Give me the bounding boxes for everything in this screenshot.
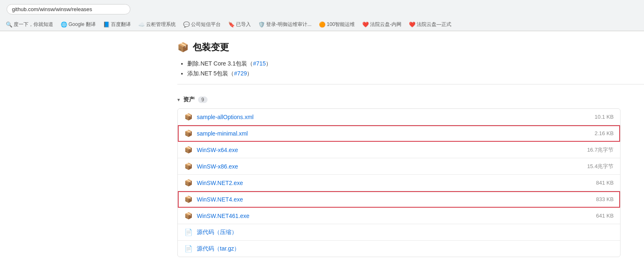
package-file-icon: 📦 (184, 129, 193, 137)
package-file-icon: 📦 (184, 179, 193, 187)
divider (177, 84, 644, 84)
bookmark-bookmark-court2[interactable]: ❤️法院云盘—正式 (406, 20, 454, 29)
asset-name-link[interactable]: WinSW.NET4.exe (197, 196, 580, 203)
asset-row[interactable]: 📦WinSW-x86.exe15.4兆字节 (178, 158, 620, 175)
asset-name-link[interactable]: 源代码（压缩） (197, 229, 580, 236)
assets-label: 资产 (183, 96, 195, 103)
change-link[interactable]: #715 (253, 60, 266, 67)
asset-name-link[interactable]: sample-minimal.xml (197, 130, 580, 137)
section-title-text: 包装变更 (193, 41, 229, 54)
asset-name-link[interactable]: WinSW-x86.exe (197, 163, 580, 170)
bookmark-icon: 🔍 (6, 21, 12, 28)
bookmark-bookmark-login[interactable]: 🛡️登录-明御运维审计... (256, 20, 314, 29)
bookmark-icon: ❤️ (362, 21, 369, 28)
section-title: 📦 包装变更 (177, 31, 644, 60)
bookmark-label: 登录-明御运维审计... (266, 21, 311, 28)
change-item: 添加.NET 5包装（#729） (187, 70, 644, 77)
asset-row[interactable]: 📦WinSW-x64.exe16.7兆字节 (178, 142, 620, 158)
bookmark-icon: 🟠 (319, 21, 326, 28)
package-file-icon: 📦 (184, 212, 193, 220)
bookmarks-bar: 🔍度一下，你就知道🌐Google 翻译📘百度翻译☁️云柜管理系统💬公司短信平台🔖… (0, 19, 644, 31)
asset-name-link[interactable]: WinSW-x64.exe (197, 147, 580, 153)
bookmark-label: 法院云盘—正式 (417, 21, 451, 28)
package-file-icon: 📦 (184, 195, 193, 203)
asset-name-link[interactable]: WinSW.NET2.exe (197, 180, 580, 186)
chevron-icon: ▾ (177, 97, 180, 103)
bookmark-label: 已导入 (236, 21, 251, 28)
asset-name-link[interactable]: WinSW.NET461.exe (197, 213, 580, 219)
bookmark-bookmark-import[interactable]: 🔖已导入 (226, 20, 253, 29)
assets-header[interactable]: ▾ 资产 9 (177, 91, 644, 107)
asset-name-link[interactable]: sample-allOptions.xml (197, 114, 580, 120)
source-file-icon: 📄 (184, 228, 193, 236)
asset-size: 841 KB (580, 180, 613, 186)
bookmark-icon: ☁️ (138, 21, 145, 28)
asset-size: 15.4兆字节 (580, 163, 613, 170)
bookmark-label: 100智能运维 (327, 21, 355, 28)
bookmark-icon: 📘 (103, 21, 110, 28)
asset-row[interactable]: 📄源代码（压缩） (178, 224, 620, 241)
package-file-icon: 📦 (184, 146, 193, 154)
bookmark-label: 度一下，你就知道 (14, 21, 53, 28)
address-bar[interactable]: github.com/winsw/winsw/releases (7, 4, 130, 14)
asset-size: 2.16 KB (580, 130, 613, 136)
bookmark-icon: 🔖 (228, 21, 235, 28)
bookmark-icon: ❤️ (409, 21, 415, 28)
change-link[interactable]: #729 (234, 70, 247, 77)
asset-size: 10.1 KB (580, 114, 613, 120)
bookmark-icon: 🛡️ (258, 21, 265, 28)
asset-row[interactable]: 📦WinSW.NET2.exe841 KB (178, 175, 620, 191)
source-file-icon: 📄 (184, 245, 193, 253)
bookmark-bookmark-search[interactable]: 🔍度一下，你就知道 (3, 20, 56, 29)
asset-row[interactable]: 📦WinSW.NET461.exe641 KB (178, 208, 620, 224)
asset-size: 641 KB (580, 213, 613, 219)
bookmark-label: 公司短信平台 (191, 21, 221, 28)
bookmark-label: 百度翻译 (111, 21, 131, 28)
changes-list: 删除.NET Core 3.1包装（#715）添加.NET 5包装（#729） (177, 60, 644, 77)
assets-table: 📦sample-allOptions.xml10.1 KB📦sample-min… (177, 108, 620, 257)
bookmark-bookmark-google[interactable]: 🌐Google 翻译 (58, 20, 98, 29)
bookmark-label: Google 翻译 (68, 21, 96, 28)
bookmark-bookmark-court1[interactable]: ❤️法院云盘-内网 (360, 20, 404, 29)
package-icon: 📦 (177, 42, 189, 53)
package-file-icon: 📦 (184, 162, 193, 170)
bookmark-bookmark-company[interactable]: 💬公司短信平台 (181, 20, 223, 29)
bookmark-label: 法院云盘-内网 (370, 21, 401, 28)
bookmark-bookmark-baidu-translate[interactable]: 📘百度翻译 (101, 20, 133, 29)
bookmark-label: 云柜管理系统 (146, 21, 176, 28)
package-file-icon: 📦 (184, 113, 193, 121)
asset-name-link[interactable]: 源代码（tar.gz） (197, 245, 580, 253)
asset-row[interactable]: 📦WinSW.NET4.exe833 KB (178, 191, 620, 208)
asset-row[interactable]: 📦sample-minimal.xml2.16 KB (178, 125, 620, 142)
assets-count: 9 (198, 96, 208, 103)
bookmark-bookmark-100[interactable]: 🟠100智能运维 (316, 20, 357, 29)
asset-size: 16.7兆字节 (580, 146, 613, 154)
change-item: 删除.NET Core 3.1包装（#715） (187, 60, 644, 68)
asset-row[interactable]: 📄源代码（tar.gz） (178, 241, 620, 257)
bookmark-icon: 🌐 (61, 21, 67, 28)
asset-size: 833 KB (580, 196, 613, 202)
asset-row[interactable]: 📦sample-allOptions.xml10.1 KB (178, 109, 620, 125)
bookmark-bookmark-yunbai[interactable]: ☁️云柜管理系统 (136, 20, 178, 29)
bookmark-icon: 💬 (183, 21, 190, 28)
browser-chrome: github.com/winsw/winsw/releases 🔍度一下，你就知… (0, 0, 644, 31)
page-content: 📦 包装变更 删除.NET Core 3.1包装（#715）添加.NET 5包装… (0, 31, 644, 267)
